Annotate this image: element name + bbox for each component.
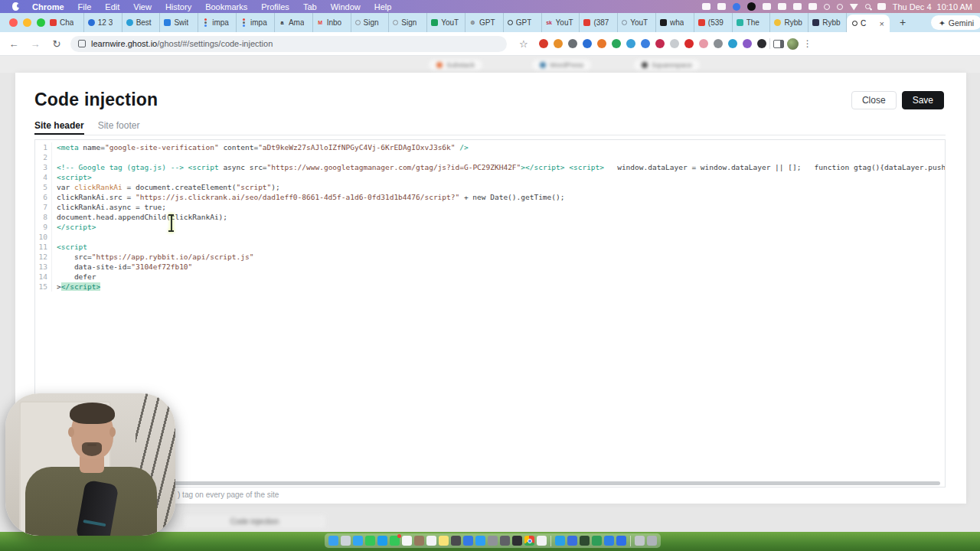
- dock-trash[interactable]: [647, 536, 657, 546]
- play-circle-icon[interactable]: [837, 4, 843, 10]
- browser-tab[interactable]: ⚙GPT: [466, 13, 504, 32]
- address-bar[interactable]: learnwire.ghost.io/ghost/#/settings/code…: [70, 36, 507, 52]
- dock-photos[interactable]: [451, 536, 461, 546]
- ext-v-red-icon[interactable]: [684, 39, 694, 48]
- browser-tab[interactable]: Cha: [46, 13, 84, 32]
- browser-tab[interactable]: Best: [122, 13, 161, 32]
- browser-menu-icon[interactable]: ⋮: [803, 38, 812, 49]
- menu-item-history[interactable]: History: [158, 2, 198, 11]
- browser-tab[interactable]: The: [733, 13, 771, 32]
- dock-freeform[interactable]: [537, 536, 547, 546]
- editor-horizontal-scrollbar[interactable]: [57, 481, 940, 485]
- dock-system-settings[interactable]: [488, 536, 498, 546]
- menu-item-tab[interactable]: Tab: [296, 2, 324, 11]
- browser-tab[interactable]: Rybb: [770, 13, 808, 32]
- ext-teal-drop-icon[interactable]: [728, 39, 737, 48]
- dock-finder[interactable]: [328, 536, 338, 546]
- back-icon[interactable]: ←: [6, 38, 21, 50]
- dock-notes[interactable]: [439, 536, 449, 546]
- search-icon[interactable]: [865, 4, 871, 9]
- apple-logo-icon[interactable]: [12, 2, 19, 11]
- browser-tab[interactable]: aAma: [275, 13, 313, 32]
- browser-tab[interactable]: skYouT: [542, 13, 580, 32]
- waveform-icon[interactable]: [747, 2, 756, 11]
- ext-purple-v-icon[interactable]: [743, 39, 752, 48]
- dock-prime-video[interactable]: [555, 536, 565, 546]
- bookmark-star-icon[interactable]: ☆: [519, 38, 528, 50]
- ext-list-icon[interactable]: [670, 39, 679, 48]
- browser-tab[interactable]: YouT: [427, 13, 466, 32]
- dock-app-store[interactable]: [475, 536, 485, 546]
- profile-avatar[interactable]: [787, 38, 799, 50]
- browser-tab[interactable]: wha: [656, 13, 694, 32]
- dock-launchpad[interactable]: [341, 536, 351, 546]
- site-info-icon[interactable]: [78, 40, 86, 47]
- browser-tab[interactable]: (387: [580, 13, 618, 32]
- maximize-window-button[interactable]: [37, 18, 45, 27]
- display-icon[interactable]: [717, 3, 726, 10]
- ext-green-circle-icon[interactable]: [612, 39, 621, 48]
- dock-safari[interactable]: [353, 536, 363, 546]
- ext-blue-circle-icon[interactable]: [583, 39, 592, 48]
- browser-tab[interactable]: Sign: [389, 13, 427, 32]
- dock-mail[interactable]: [377, 536, 387, 546]
- dock-dark-green-app[interactable]: [580, 536, 590, 546]
- dock-device[interactable]: [512, 536, 522, 546]
- ext-blue-m-icon[interactable]: [626, 39, 635, 48]
- browser-tab[interactable]: (539: [694, 13, 733, 32]
- browser-tab[interactable]: Swit: [160, 13, 198, 32]
- menu-item-file[interactable]: File: [71, 2, 99, 11]
- browser-tab[interactable]: YouT: [618, 13, 656, 32]
- browser-tab[interactable]: Sign: [351, 13, 390, 32]
- new-tab-button[interactable]: +: [896, 16, 910, 30]
- close-window-button[interactable]: [9, 18, 18, 27]
- browser-tab[interactable]: 12 3: [84, 13, 122, 32]
- ext-pen-icon[interactable]: [568, 39, 577, 48]
- dock-excel[interactable]: [592, 536, 602, 546]
- ext-red-drop-icon[interactable]: [655, 39, 665, 48]
- user-switch-icon[interactable]: [877, 3, 886, 10]
- dock-blue-app[interactable]: [463, 536, 473, 546]
- ext-black-clip-icon[interactable]: [757, 39, 766, 48]
- record-dot-icon[interactable]: [824, 4, 830, 10]
- camera-record-icon[interactable]: [808, 3, 817, 10]
- dock-reminders[interactable]: [426, 536, 436, 546]
- dock-docs[interactable]: [616, 536, 626, 546]
- reload-icon[interactable]: ↻: [49, 38, 64, 50]
- screen-mirror-icon[interactable]: [702, 3, 710, 10]
- menu-item-help[interactable]: Help: [368, 2, 399, 11]
- tab-site-header[interactable]: Site header: [34, 120, 84, 135]
- ext-red-pen-icon[interactable]: [539, 39, 548, 48]
- menu-item-view[interactable]: View: [126, 2, 158, 11]
- menu-item-edit[interactable]: Edit: [98, 2, 126, 11]
- save-button[interactable]: Save: [902, 91, 944, 109]
- minimize-window-button[interactable]: [23, 18, 31, 27]
- dock-facetime[interactable]: [390, 536, 400, 546]
- menu-item-chrome[interactable]: Chrome: [25, 2, 71, 11]
- dock-onedrive[interactable]: [604, 536, 614, 546]
- ext-orange-drop-icon[interactable]: [597, 39, 606, 48]
- browser-tab[interactable]: Rybb: [808, 13, 847, 32]
- shape-icon[interactable]: [778, 3, 786, 10]
- dock-contacts[interactable]: [414, 536, 424, 546]
- dock-utility[interactable]: [500, 536, 510, 546]
- dock-calendar[interactable]: [402, 536, 412, 546]
- active-tab[interactable]: C ×: [847, 15, 890, 32]
- close-button[interactable]: Close: [851, 91, 897, 109]
- menu-item-bookmarks[interactable]: Bookmarks: [198, 2, 254, 11]
- ext-orange-swirl-icon[interactable]: [554, 39, 563, 48]
- side-panel-icon[interactable]: [773, 40, 784, 48]
- ext-blue-doc-icon[interactable]: [641, 39, 650, 48]
- tab-site-footer[interactable]: Site footer: [98, 120, 140, 135]
- dock-minimized-window[interactable]: [635, 536, 645, 546]
- ext-pink-square-icon[interactable]: [699, 39, 708, 48]
- dock-widgets[interactable]: [567, 536, 577, 546]
- gemini-button[interactable]: ✦ Gemini: [931, 15, 980, 30]
- pill-icon[interactable]: [793, 3, 802, 10]
- ext-camera-icon[interactable]: [714, 39, 723, 48]
- tab-close-icon[interactable]: ×: [880, 19, 884, 28]
- dock-messages[interactable]: [365, 536, 375, 546]
- menu-item-profiles[interactable]: Profiles: [254, 2, 296, 11]
- zoom-app-icon[interactable]: [733, 3, 740, 11]
- browser-tab[interactable]: GPT: [504, 13, 542, 32]
